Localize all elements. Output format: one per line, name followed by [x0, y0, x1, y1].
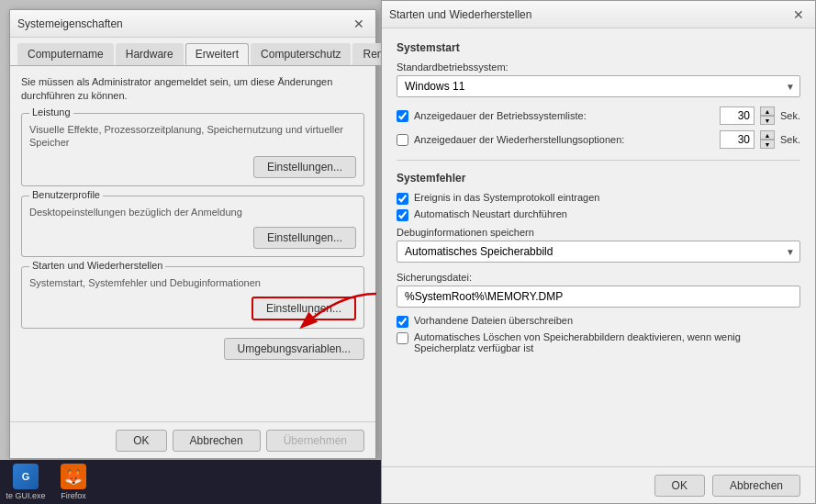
gui-label: te GUI.exe	[6, 491, 45, 500]
betriebssystemliste-spinner-input[interactable]	[720, 106, 755, 125]
neustart-checkbox[interactable]	[397, 209, 408, 221]
starten-wiederherstellen-dialog: Starten und Wiederherstellen ✕ Systemsta…	[381, 0, 816, 504]
ereignis-row: Ereignis in das Systemprotokoll eintrage…	[397, 192, 800, 205]
right-dialog-titlebar: Starten und Wiederherstellen ✕	[382, 1, 815, 28]
betriebssystemliste-row: Anzeigedauer der Betriebssystemliste: ▲ …	[397, 106, 800, 125]
left-cancel-button[interactable]: Abbrechen	[173, 430, 261, 452]
betriebssystemliste-spin-up[interactable]: ▲	[760, 106, 775, 116]
left-apply-button[interactable]: Übernehmen	[266, 430, 364, 452]
os-dropdown-wrapper: Windows 11 ▼	[397, 75, 800, 97]
tab-hardware[interactable]: Hardware	[116, 43, 184, 65]
leistung-label: Leistung	[29, 106, 73, 118]
right-cancel-button[interactable]: Abbrechen	[712, 475, 800, 497]
left-dialog-close-button[interactable]: ✕	[350, 15, 368, 33]
betriebssystemliste-checkbox[interactable]	[397, 110, 408, 122]
left-ok-button[interactable]: OK	[116, 430, 166, 452]
wiederherstellungsoptionen-spinner-input[interactable]	[720, 130, 755, 149]
umgebungsvariablen-button[interactable]: Umgebungsvariablen...	[224, 338, 364, 360]
systemstart-section-title: Systemstart	[397, 41, 800, 54]
systemfehler-section-title: Systemfehler	[397, 172, 800, 185]
leistung-group: Leistung Visuelle Effekte, Prozessorzeit…	[21, 113, 364, 187]
wiederherstellungsoptionen-row: Anzeigedauer der Wiederherstellungsoptio…	[397, 130, 800, 149]
firefox-label: Firefox	[61, 491, 86, 500]
wiederherstellungsoptionen-unit: Sek.	[780, 134, 800, 145]
os-dropdown[interactable]: Windows 11	[397, 75, 800, 97]
taskbar: G te GUI.exe 🦊 Firefox	[0, 460, 381, 504]
taskbar-item-gui[interactable]: G te GUI.exe	[4, 464, 48, 500]
sicherung-input[interactable]	[397, 286, 800, 308]
debug-field-label: Debuginformationen speichern	[397, 227, 800, 238]
debug-dropdown[interactable]: Automatisches Speicherabbild	[397, 241, 800, 263]
tab-computerschutz[interactable]: Computerschutz	[251, 43, 351, 65]
starten-settings-button[interactable]: Einstellungen...	[252, 297, 356, 320]
loeschen-checkbox[interactable]	[397, 332, 408, 344]
starten-text: Systemstart, Systemfehler und Debuginfor…	[29, 276, 356, 289]
loeschen-label: Automatisches Löschen von Speicherabbild…	[414, 331, 800, 353]
tab-erweitert[interactable]: Erweitert	[185, 43, 249, 65]
section-divider	[397, 160, 800, 161]
wiederherstellungsoptionen-checkbox[interactable]	[397, 134, 408, 146]
right-dialog-title: Starten und Wiederherstellen	[389, 8, 531, 21]
firefox-icon: 🦊	[61, 464, 86, 489]
starten-label: Starten und Wiederherstellen	[29, 260, 165, 271]
leistung-settings-button[interactable]: Einstellungen...	[253, 156, 356, 178]
vorhandene-row: Vorhandene Dateien überschreiben	[397, 315, 800, 328]
left-dialog-title: Systemeigenschaften	[17, 17, 123, 30]
gui-icon: G	[13, 464, 39, 489]
left-dialog-footer: OK Abbrechen Übernehmen	[10, 421, 375, 458]
loeschen-row: Automatisches Löschen von Speicherabbild…	[397, 331, 800, 353]
wiederherstellungsoptionen-spinner-buttons: ▲ ▼	[760, 130, 775, 149]
taskbar-item-firefox[interactable]: 🦊 Firefox	[51, 464, 95, 500]
right-dialog-footer: OK Abbrechen	[382, 466, 815, 503]
ereignis-checkbox[interactable]	[397, 193, 408, 205]
left-dialog-content: Sie müssen als Administrator angemeldet …	[10, 66, 375, 430]
neustart-row: Automatisch Neustart durchführen	[397, 208, 800, 221]
debug-dropdown-wrapper: Automatisches Speicherabbild ▼	[397, 241, 800, 263]
left-dialog-titlebar: Systemeigenschaften ✕	[10, 10, 375, 38]
tab-computername[interactable]: Computername	[17, 43, 114, 65]
os-field-label: Standardbetriebssystem:	[397, 62, 800, 73]
wiederherstellungsoptionen-label: Anzeigedauer der Wiederherstellungsoptio…	[414, 134, 714, 145]
right-ok-button[interactable]: OK	[654, 475, 705, 497]
right-dialog-content: Systemstart Standardbetriebssystem: Wind…	[382, 28, 815, 457]
wiederherstellungsoptionen-spin-down[interactable]: ▼	[760, 140, 775, 149]
ereignis-label: Ereignis in das Systemprotokoll eintrage…	[414, 192, 800, 203]
betriebssystemliste-spin-down[interactable]: ▼	[760, 116, 775, 125]
vorhandene-label: Vorhandene Dateien überschreiben	[414, 315, 800, 326]
leistung-text: Visuelle Effekte, Prozessorzeitplanung, …	[29, 123, 356, 150]
admin-info-text: Sie müssen als Administrator angemeldet …	[21, 75, 364, 104]
benutzerprofile-settings-button[interactable]: Einstellungen...	[253, 227, 356, 249]
betriebssystemliste-label: Anzeigedauer der Betriebssystemliste:	[414, 110, 714, 121]
starten-group: Starten und Wiederherstellen Systemstart…	[21, 266, 364, 329]
benutzerprofile-label: Benutzerprofile	[29, 189, 103, 200]
betriebssystemliste-unit: Sek.	[780, 110, 800, 121]
benutzerprofile-text: Desktopeinstellungen bezüglich der Anmel…	[29, 206, 356, 218]
systemeigenschaften-dialog: Systemeigenschaften ✕ Computername Hardw…	[9, 9, 376, 459]
tabs-bar: Computername Hardware Erweitert Computer…	[10, 38, 375, 66]
wiederherstellungsoptionen-spin-up[interactable]: ▲	[760, 130, 775, 140]
neustart-label: Automatisch Neustart durchführen	[414, 208, 800, 219]
sicherung-field-label: Sicherungsdatei:	[397, 272, 800, 283]
benutzerprofile-group: Benutzerprofile Desktopeinstellungen bez…	[21, 196, 364, 256]
right-dialog-close-button[interactable]: ✕	[789, 6, 808, 24]
vorhandene-checkbox[interactable]	[397, 316, 408, 328]
betriebssystemliste-spinner-buttons: ▲ ▼	[760, 106, 775, 125]
